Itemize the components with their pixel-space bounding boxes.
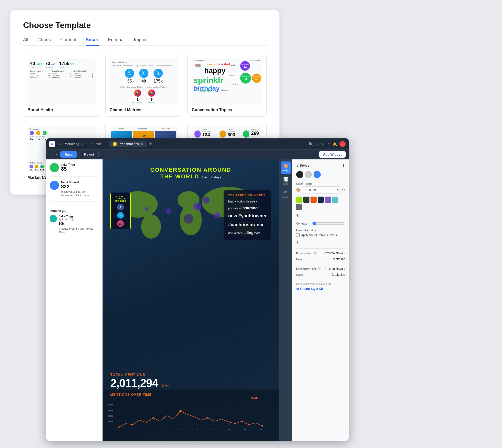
refresh-palette-button[interactable]: ↺	[342, 188, 345, 192]
color-circle-dark[interactable]	[296, 171, 303, 178]
profile1-num: 85	[61, 166, 75, 172]
sidebar-profiles-section: Profiles (3) Jake Trigg @ATKatLarge 85 P…	[50, 206, 99, 234]
svg-point-23	[262, 425, 263, 426]
nav-back-button[interactable]: ‹	[49, 152, 53, 157]
tab-all[interactable]: All	[23, 37, 28, 46]
secondary-font-label: Secondary Font	[296, 267, 316, 270]
svg-text:22: 22	[196, 429, 198, 431]
color-palette-select[interactable]: Custom	[302, 186, 340, 194]
svg-point-7	[193, 203, 201, 211]
swatch-navy[interactable]	[318, 197, 324, 203]
peak-label: 90,703	[250, 396, 258, 400]
primary-font-label: Primary Font	[296, 252, 312, 255]
tab-smart[interactable]: Smart	[86, 37, 99, 46]
divider-2	[296, 264, 345, 264]
svg-point-21	[207, 417, 208, 419]
presentations-tab[interactable]: 🟡 Presentations ✕	[109, 141, 147, 147]
add-widget-button[interactable]: Add Widget	[319, 151, 346, 158]
color-circle-blue[interactable]	[314, 171, 321, 178]
svg-text:20: 20	[180, 429, 182, 431]
profile1-name: Jake Trigg	[61, 163, 75, 166]
svg-text:20,000: 20,000	[108, 421, 113, 423]
primary-font-row: Primary Font ? Proxima Nova ›	[296, 251, 345, 255]
edit-icon[interactable]: ✎	[321, 142, 324, 146]
svg-text:30: 30	[260, 429, 262, 431]
create-style-button[interactable]: ⊕ Create Style Kit	[296, 287, 345, 291]
contrast-value: 0%	[347, 222, 349, 225]
card-label-channel-metrics: Channel Metrics	[110, 108, 178, 112]
color-circle-light[interactable]	[305, 171, 312, 178]
home-nav[interactable]: ⌂ Home	[91, 142, 102, 146]
data-tab-icon: 📊	[283, 177, 288, 182]
divider-3	[296, 280, 345, 280]
profile3-desc: Product, Program and Project Mana...	[59, 227, 99, 234]
profile2-avatar	[50, 181, 59, 190]
profile3-avatar	[50, 215, 57, 222]
bh-stat2-pct: 24%	[51, 63, 56, 66]
divider-1	[296, 248, 345, 249]
tab-content[interactable]: Content	[60, 37, 76, 46]
swatch-teal[interactable]	[332, 197, 338, 203]
sidebar-profile-3: Jake Trigg @ATKatLarge 85 Product, Progr…	[50, 215, 99, 234]
card-conversation-topics[interactable]: Brand Keywords Top Keywords office brand…	[187, 54, 267, 117]
tab-close-icon[interactable]: ✕	[140, 142, 143, 146]
download-styles-button[interactable]: ⬇	[342, 163, 345, 168]
bell-icon[interactable]: 🔔	[333, 142, 337, 146]
swatch-purple[interactable]	[325, 197, 331, 203]
swatch-green[interactable]	[296, 197, 302, 203]
save-button[interactable]: Save	[60, 151, 77, 158]
data-tab[interactable]: 📊 Data	[281, 175, 291, 187]
nav-forward-button[interactable]: ›	[55, 152, 58, 157]
profiles-section-title: Profiles (3)	[50, 209, 99, 213]
card-brand-health[interactable]: 40 ↑48% distinct users 73 24% mentions 1…	[23, 54, 100, 117]
primary-case-label: Case	[296, 258, 303, 261]
apply-social-colors-checkbox[interactable]	[296, 233, 300, 237]
twitter-icon: 𝕏	[117, 212, 124, 219]
profile3-handle: @ATKatLarge	[59, 218, 99, 221]
card-channel-metrics[interactable]: Channel Metrics Top Distinct User Platfo…	[105, 54, 183, 117]
svg-point-8	[214, 212, 220, 219]
contrast-label: Contrast	[296, 222, 310, 225]
canvas-background: CONVERSATION AROUND THE WORLD Last 30 da…	[103, 159, 279, 441]
swatch-gray[interactable]	[296, 204, 302, 210]
revert-button[interactable]: Revert	[79, 151, 99, 158]
tab-charts[interactable]: Charts	[37, 37, 51, 46]
svg-text:16: 16	[149, 429, 150, 431]
grid-icon[interactable]: ⊞	[316, 142, 319, 146]
total-mentions-value: 2,011,294	[110, 377, 158, 390]
share-icon[interactable]: ↗	[327, 142, 330, 146]
tab-import[interactable]: Import	[134, 37, 147, 46]
create-style-icon: ⊕	[296, 287, 299, 291]
add-color-button[interactable]: +	[296, 212, 345, 218]
secondary-font-left: Secondary Font ?	[296, 267, 321, 271]
editor-canvas: CONVERSATION AROUND THE WORLD Last 30 da…	[103, 159, 279, 441]
add-override-button[interactable]: +	[296, 239, 345, 245]
swatch-darkgreen[interactable]	[303, 197, 309, 203]
design-tab[interactable]: 🎨 Design	[281, 161, 291, 174]
total-mentions-label: TOTAL MENTIONS	[110, 373, 169, 377]
app-logo: S	[49, 141, 55, 147]
svg-text:60,000: 60,000	[108, 410, 113, 412]
template-tabs: All Charts Content Smart Editorial Impor…	[23, 37, 267, 46]
primary-font-left: Primary Font ?	[296, 251, 317, 255]
contrast-slider[interactable]	[312, 221, 345, 226]
tab-editorial[interactable]: Editorial	[108, 37, 125, 46]
sc-label: SOCIALCHANNELSTRACKED	[114, 195, 127, 202]
app-chevron-icon[interactable]: ▾	[82, 142, 83, 145]
sc-icons: f 𝕏 📷	[114, 204, 127, 227]
facebook-icon: f	[117, 204, 124, 210]
svg-text:26: 26	[228, 429, 230, 431]
add-tab-button[interactable]: +	[149, 141, 152, 147]
total-mentions-pct: ↑2%	[160, 383, 169, 388]
swatch-orange[interactable]	[310, 197, 317, 203]
svg-point-11	[184, 214, 193, 224]
search-icon[interactable]: 🔍	[309, 142, 313, 146]
layout-tab[interactable]: ⊞ Layout	[281, 188, 291, 200]
primary-font-arrow[interactable]: ›	[344, 251, 345, 255]
palette-icon: 🎨	[296, 188, 300, 192]
svg-point-22	[241, 421, 243, 422]
secondary-font-arrow[interactable]: ›	[344, 267, 345, 271]
apply-social-colors-row: Apply Social Network Colors	[296, 233, 345, 237]
profile3-name: Jake Trigg	[59, 215, 99, 218]
mentions-chart-title: MENTIONS OVER TIME	[103, 390, 279, 396]
